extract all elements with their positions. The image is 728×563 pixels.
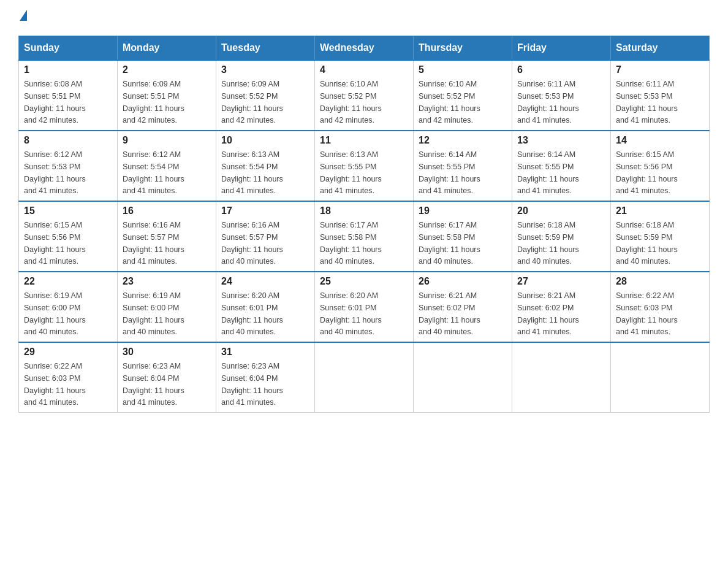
calendar-cell: 26 Sunrise: 6:21 AMSunset: 6:02 PMDaylig… bbox=[414, 272, 512, 342]
col-header-monday: Monday bbox=[118, 36, 216, 61]
calendar-cell: 1 Sunrise: 6:08 AMSunset: 5:51 PMDayligh… bbox=[19, 60, 118, 131]
day-number: 22 bbox=[24, 276, 112, 287]
calendar-cell: 4 Sunrise: 6:10 AMSunset: 5:52 PMDayligh… bbox=[315, 60, 414, 131]
day-info: Sunrise: 6:12 AMSunset: 5:53 PMDaylight:… bbox=[24, 150, 86, 195]
calendar-cell: 21 Sunrise: 6:18 AMSunset: 5:59 PMDaylig… bbox=[611, 201, 710, 272]
day-info: Sunrise: 6:14 AMSunset: 5:55 PMDaylight:… bbox=[517, 150, 579, 195]
calendar-cell: 30 Sunrise: 6:23 AMSunset: 6:04 PMDaylig… bbox=[118, 342, 216, 413]
day-number: 12 bbox=[419, 135, 507, 146]
day-number: 23 bbox=[123, 276, 211, 287]
day-info: Sunrise: 6:11 AMSunset: 5:53 PMDaylight:… bbox=[517, 80, 579, 124]
calendar-cell: 2 Sunrise: 6:09 AMSunset: 5:51 PMDayligh… bbox=[118, 60, 216, 131]
day-number: 11 bbox=[320, 135, 408, 146]
day-info: Sunrise: 6:23 AMSunset: 6:04 PMDaylight:… bbox=[221, 362, 283, 407]
calendar-cell: 6 Sunrise: 6:11 AMSunset: 5:53 PMDayligh… bbox=[512, 60, 611, 131]
day-number: 5 bbox=[419, 64, 507, 75]
day-info: Sunrise: 6:15 AMSunset: 5:56 PMDaylight:… bbox=[24, 221, 86, 266]
day-info: Sunrise: 6:13 AMSunset: 5:54 PMDaylight:… bbox=[221, 150, 283, 195]
calendar-cell: 9 Sunrise: 6:12 AMSunset: 5:54 PMDayligh… bbox=[118, 131, 216, 201]
calendar-cell: 16 Sunrise: 6:16 AMSunset: 5:57 PMDaylig… bbox=[118, 201, 216, 272]
col-header-thursday: Thursday bbox=[414, 36, 512, 61]
calendar-cell: 3 Sunrise: 6:09 AMSunset: 5:52 PMDayligh… bbox=[216, 60, 315, 131]
day-number: 25 bbox=[320, 276, 408, 287]
calendar-cell bbox=[512, 342, 611, 413]
day-info: Sunrise: 6:11 AMSunset: 5:53 PMDaylight:… bbox=[616, 80, 678, 124]
calendar-cell: 25 Sunrise: 6:20 AMSunset: 6:01 PMDaylig… bbox=[315, 272, 414, 342]
col-header-sunday: Sunday bbox=[19, 36, 118, 61]
calendar-cell: 7 Sunrise: 6:11 AMSunset: 5:53 PMDayligh… bbox=[611, 60, 710, 131]
calendar-cell: 17 Sunrise: 6:16 AMSunset: 5:57 PMDaylig… bbox=[216, 201, 315, 272]
col-header-friday: Friday bbox=[512, 36, 611, 61]
day-number: 18 bbox=[320, 205, 408, 216]
day-info: Sunrise: 6:14 AMSunset: 5:55 PMDaylight:… bbox=[419, 150, 480, 195]
day-info: Sunrise: 6:18 AMSunset: 5:59 PMDaylight:… bbox=[517, 221, 579, 266]
day-info: Sunrise: 6:19 AMSunset: 6:00 PMDaylight:… bbox=[123, 291, 184, 336]
day-info: Sunrise: 6:23 AMSunset: 6:04 PMDaylight:… bbox=[123, 362, 184, 407]
day-number: 21 bbox=[616, 205, 704, 216]
day-number: 29 bbox=[24, 347, 112, 358]
day-number: 10 bbox=[221, 135, 309, 146]
day-info: Sunrise: 6:16 AMSunset: 5:57 PMDaylight:… bbox=[221, 221, 283, 266]
day-number: 6 bbox=[517, 64, 605, 75]
col-header-tuesday: Tuesday bbox=[216, 36, 315, 61]
calendar-cell: 29 Sunrise: 6:22 AMSunset: 6:03 PMDaylig… bbox=[19, 342, 118, 413]
day-number: 8 bbox=[24, 135, 112, 146]
calendar-cell: 19 Sunrise: 6:17 AMSunset: 5:58 PMDaylig… bbox=[414, 201, 512, 272]
calendar-cell: 20 Sunrise: 6:18 AMSunset: 5:59 PMDaylig… bbox=[512, 201, 611, 272]
day-number: 30 bbox=[123, 347, 211, 358]
calendar-cell: 22 Sunrise: 6:19 AMSunset: 6:00 PMDaylig… bbox=[19, 272, 118, 342]
day-number: 24 bbox=[221, 276, 309, 287]
calendar-header-row: SundayMondayTuesdayWednesdayThursdayFrid… bbox=[19, 36, 710, 61]
calendar-week-row: 1 Sunrise: 6:08 AMSunset: 5:51 PMDayligh… bbox=[19, 60, 710, 131]
day-info: Sunrise: 6:17 AMSunset: 5:58 PMDaylight:… bbox=[320, 221, 382, 266]
day-info: Sunrise: 6:09 AMSunset: 5:51 PMDaylight:… bbox=[123, 80, 184, 124]
day-info: Sunrise: 6:21 AMSunset: 6:02 PMDaylight:… bbox=[419, 291, 480, 336]
calendar-cell: 23 Sunrise: 6:19 AMSunset: 6:00 PMDaylig… bbox=[118, 272, 216, 342]
day-info: Sunrise: 6:21 AMSunset: 6:02 PMDaylight:… bbox=[517, 291, 579, 336]
day-info: Sunrise: 6:10 AMSunset: 5:52 PMDaylight:… bbox=[320, 80, 382, 124]
day-number: 14 bbox=[616, 135, 704, 146]
calendar-cell: 12 Sunrise: 6:14 AMSunset: 5:55 PMDaylig… bbox=[414, 131, 512, 201]
day-info: Sunrise: 6:22 AMSunset: 6:03 PMDaylight:… bbox=[24, 362, 86, 407]
col-header-wednesday: Wednesday bbox=[315, 36, 414, 61]
col-header-saturday: Saturday bbox=[611, 36, 710, 61]
day-number: 20 bbox=[517, 205, 605, 216]
day-number: 9 bbox=[123, 135, 211, 146]
calendar-cell bbox=[611, 342, 710, 413]
calendar-cell bbox=[414, 342, 512, 413]
day-number: 1 bbox=[24, 64, 112, 75]
logo bbox=[18, 12, 27, 23]
calendar-cell: 10 Sunrise: 6:13 AMSunset: 5:54 PMDaylig… bbox=[216, 131, 315, 201]
day-number: 3 bbox=[221, 64, 309, 75]
calendar-week-row: 15 Sunrise: 6:15 AMSunset: 5:56 PMDaylig… bbox=[19, 201, 710, 272]
day-info: Sunrise: 6:13 AMSunset: 5:55 PMDaylight:… bbox=[320, 150, 382, 195]
day-info: Sunrise: 6:20 AMSunset: 6:01 PMDaylight:… bbox=[320, 291, 382, 336]
day-number: 26 bbox=[419, 276, 507, 287]
day-number: 15 bbox=[24, 205, 112, 216]
day-info: Sunrise: 6:12 AMSunset: 5:54 PMDaylight:… bbox=[123, 150, 184, 195]
day-info: Sunrise: 6:19 AMSunset: 6:00 PMDaylight:… bbox=[24, 291, 86, 336]
logo-triangle-icon bbox=[20, 10, 27, 21]
day-info: Sunrise: 6:10 AMSunset: 5:52 PMDaylight:… bbox=[419, 80, 480, 124]
calendar-week-row: 29 Sunrise: 6:22 AMSunset: 6:03 PMDaylig… bbox=[19, 342, 710, 413]
day-number: 16 bbox=[123, 205, 211, 216]
day-number: 7 bbox=[616, 64, 704, 75]
calendar-cell: 24 Sunrise: 6:20 AMSunset: 6:01 PMDaylig… bbox=[216, 272, 315, 342]
calendar-cell: 27 Sunrise: 6:21 AMSunset: 6:02 PMDaylig… bbox=[512, 272, 611, 342]
day-number: 27 bbox=[517, 276, 605, 287]
calendar-cell: 8 Sunrise: 6:12 AMSunset: 5:53 PMDayligh… bbox=[19, 131, 118, 201]
day-number: 2 bbox=[123, 64, 211, 75]
calendar-cell: 11 Sunrise: 6:13 AMSunset: 5:55 PMDaylig… bbox=[315, 131, 414, 201]
day-number: 17 bbox=[221, 205, 309, 216]
calendar-cell: 13 Sunrise: 6:14 AMSunset: 5:55 PMDaylig… bbox=[512, 131, 611, 201]
calendar-cell: 15 Sunrise: 6:15 AMSunset: 5:56 PMDaylig… bbox=[19, 201, 118, 272]
day-number: 19 bbox=[419, 205, 507, 216]
day-number: 13 bbox=[517, 135, 605, 146]
calendar-cell: 28 Sunrise: 6:22 AMSunset: 6:03 PMDaylig… bbox=[611, 272, 710, 342]
day-info: Sunrise: 6:20 AMSunset: 6:01 PMDaylight:… bbox=[221, 291, 283, 336]
day-number: 31 bbox=[221, 347, 309, 358]
day-number: 4 bbox=[320, 64, 408, 75]
page-header bbox=[18, 12, 710, 23]
day-number: 28 bbox=[616, 276, 704, 287]
day-info: Sunrise: 6:08 AMSunset: 5:51 PMDaylight:… bbox=[24, 80, 86, 124]
